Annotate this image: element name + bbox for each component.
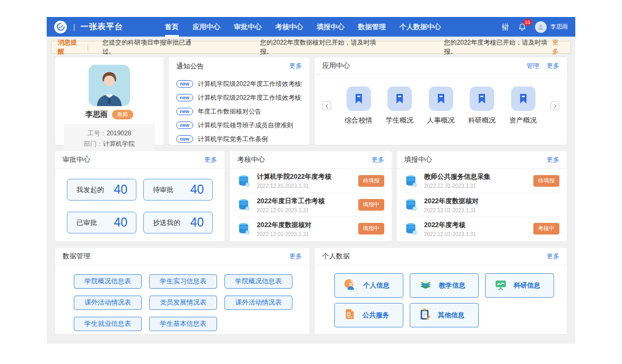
- stat-pending[interactable]: 待审批40: [143, 179, 213, 201]
- personal-data-more-link[interactable]: 更多: [547, 252, 559, 261]
- table-button[interactable]: 学生就业信息表: [74, 317, 142, 331]
- new-badge: new: [176, 135, 193, 143]
- report-center-title: 填报中心: [404, 155, 432, 164]
- status-badge: 填报中: [358, 199, 385, 211]
- notice-item[interactable]: new年度工作数据核对公告: [176, 105, 302, 118]
- table-button[interactable]: 学生基本信息表: [149, 317, 217, 331]
- nav-username: 李思雨: [550, 23, 568, 31]
- app-item[interactable]: 资产概况: [509, 86, 537, 125]
- stat-cc-me[interactable]: 抄送我的40: [143, 212, 213, 233]
- brand-separator: |: [73, 23, 75, 31]
- role-badge: 教师: [112, 110, 133, 119]
- data-management-more-link[interactable]: 更多: [289, 252, 302, 261]
- document-icon: [343, 308, 356, 323]
- app-item[interactable]: 科研概况: [468, 86, 496, 125]
- task-item[interactable]: 计算机学院2022年度考核 2022.12.31-2023.1.31 待填报: [237, 169, 384, 193]
- nav-item-approval-center[interactable]: 审批中心: [227, 17, 269, 37]
- task-item[interactable]: 2022年度考核 2022.12.01-2023.1.31 考核中: [404, 216, 559, 240]
- app-item[interactable]: 综合校情: [345, 86, 373, 125]
- bookmark-icon: [347, 86, 371, 111]
- profile-card: 李思雨 教师 工号：2019028 部门：计算机学院: [55, 57, 163, 145]
- notice-item[interactable]: new计算机学院领导班子成员自律准则: [176, 118, 302, 132]
- new-badge: new: [176, 94, 193, 101]
- data-management-panel: 数据管理 更多 学院概况信息表 学生实习信息表 学院概况信息表 课外活动情况表 …: [55, 248, 309, 334]
- table-button[interactable]: 学生实习信息表: [149, 274, 217, 289]
- task-item[interactable]: 2022年度数据核对 2022.12.01-2023.1.31 填报中: [237, 216, 384, 240]
- app-item[interactable]: 人事概况: [427, 86, 455, 125]
- app-item[interactable]: 学生概况: [386, 86, 413, 125]
- profile-info-box: 工号：2019028 部门：计算机学院: [64, 124, 155, 153]
- new-badge: new: [176, 122, 193, 129]
- brand[interactable]: | 一张表平台: [54, 21, 123, 33]
- chart-board-icon: [494, 278, 507, 293]
- bookmark-icon: [470, 86, 494, 111]
- carousel-left-arrow[interactable]: [322, 101, 331, 110]
- brand-name: 一张表平台: [81, 22, 123, 32]
- public-service-button[interactable]: 公共服务: [334, 303, 403, 327]
- notice-item[interactable]: new计算机学院级2022年度工作绩效考核结果公示: [176, 77, 302, 91]
- nav-item-assess-center[interactable]: 考核中心: [269, 17, 310, 37]
- nav-item-app-center[interactable]: 应用中心: [186, 17, 227, 37]
- app-center-more-link[interactable]: 更多: [547, 62, 559, 71]
- notice-item[interactable]: new计算机学院级2022年度工作绩效考核办法: [176, 91, 302, 105]
- message-alert-bar: 消息提醒 | 您提交的科研项目申报审批已通过。 您的2022年度数据核对已开始，…: [51, 41, 571, 54]
- app-center-title: 应用中心: [322, 61, 350, 71]
- table-button[interactable]: 学院概况信息表: [74, 274, 142, 289]
- database-icon: [237, 222, 251, 236]
- nav-item-personal-data-center[interactable]: 个人数据中心: [393, 17, 448, 37]
- other-info-button[interactable]: 其他信息: [410, 303, 479, 327]
- nav-item-report-center[interactable]: 填报中心: [310, 17, 351, 37]
- bookmark-icon: [387, 86, 412, 111]
- alert-message[interactable]: 您提交的科研项目申报审批已通过。: [102, 38, 197, 56]
- task-item[interactable]: 2022年度日常工作考核 2022.12.01-2023.1.31 填报中: [237, 193, 384, 216]
- alert-more-link[interactable]: 更多: [552, 38, 564, 56]
- database-icon: [404, 198, 418, 212]
- table-button[interactable]: 学院概况信息表: [224, 274, 292, 289]
- profile-avatar: [89, 65, 130, 106]
- notices-panel: 通知公告 更多 new计算机学院级2022年度工作绩效考核结果公示 new计算机…: [169, 57, 309, 145]
- alert-divider: |: [87, 44, 89, 51]
- clipboard-icon: [419, 308, 431, 323]
- table-button[interactable]: 党员发展情况表: [149, 296, 217, 310]
- main-content: 消息提醒 | 您提交的科研项目申报审批已通过。 您的2022年度数据核对已开始，…: [47, 37, 575, 344]
- approval-center-panel: 审批中心 更多 我发起的40 待审批40 已审批40 抄送我的40: [55, 151, 224, 241]
- research-info-button[interactable]: 科研信息: [485, 273, 554, 298]
- settings-sliders-icon[interactable]: [501, 23, 509, 31]
- notification-bell-icon[interactable]: 15: [518, 23, 526, 31]
- alert-message[interactable]: 您的2022年度数据核对已开始，请及时填报。: [260, 38, 380, 56]
- report-more-link[interactable]: 更多: [547, 155, 559, 164]
- task-item[interactable]: 教师公共服务信息采集 2022.12.31-2023.1.31 待填报: [404, 169, 559, 193]
- stat-initiated[interactable]: 我发起的40: [67, 179, 136, 201]
- assess-center-panel: 考核中心 更多 计算机学院2022年度考核 2022.12.31-2023.1.…: [230, 151, 392, 241]
- notices-more-link[interactable]: 更多: [289, 62, 302, 71]
- nav-user[interactable]: 李思雨: [535, 21, 568, 33]
- carousel-right-arrow[interactable]: [550, 101, 559, 110]
- app-tiles: 综合校情 学生概况 人事概况 科研概况: [331, 86, 550, 125]
- employee-id-label: 工号：: [88, 129, 107, 137]
- user-avatar-icon: [535, 21, 547, 33]
- table-button[interactable]: 课外活动情况表: [74, 296, 142, 310]
- status-badge: 考核中: [533, 223, 560, 235]
- report-center-panel: 填报中心 更多 教师公共服务信息采集 2022.12.31-2023.1.31 …: [397, 151, 567, 241]
- database-icon: [237, 174, 251, 188]
- bookmark-icon: [511, 86, 535, 111]
- teaching-info-button[interactable]: 教学信息: [410, 273, 479, 298]
- task-item[interactable]: 2022年度数据核对 2022.12.01-2023.1.31: [404, 193, 559, 216]
- database-icon: [404, 222, 418, 236]
- alert-message[interactable]: 您的2022年度考核已开始，请及时填报。: [444, 38, 552, 56]
- app-center-manage-link[interactable]: 管理: [526, 62, 539, 71]
- table-button[interactable]: 课外活动情况表: [224, 296, 292, 310]
- app-center-panel: 应用中心 管理 更多 综合校情: [315, 57, 567, 145]
- notice-item[interactable]: new计算机学院党务工作条例: [176, 132, 302, 146]
- status-badge: 填报中: [358, 223, 385, 235]
- person-icon: [343, 278, 357, 293]
- nav-item-data-management[interactable]: 数据管理: [351, 17, 393, 37]
- data-management-title: 数据管理: [63, 252, 90, 261]
- assess-more-link[interactable]: 更多: [372, 155, 384, 164]
- personal-info-button[interactable]: 个人信息: [334, 273, 403, 298]
- approval-center-title: 审批中心: [63, 155, 90, 164]
- nav-item-home[interactable]: 首页: [158, 17, 186, 37]
- new-badge: new: [176, 80, 193, 88]
- stat-approved[interactable]: 已审批40: [67, 212, 136, 233]
- approval-more-link[interactable]: 更多: [204, 155, 217, 164]
